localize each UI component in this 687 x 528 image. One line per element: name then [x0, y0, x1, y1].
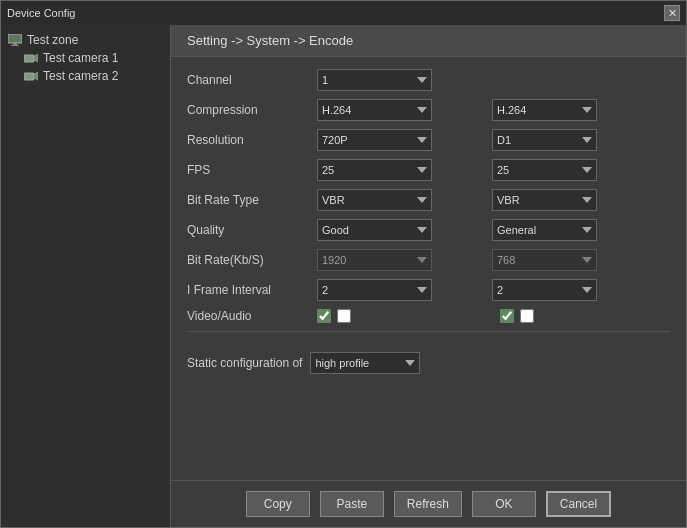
bit-rate-label: Bit Rate(Kb/S)	[187, 253, 317, 267]
compression-controls: H.264 H.265 MJPEG H.264 H.265 MJPEG	[317, 99, 597, 121]
video-audio-left-control	[317, 309, 432, 323]
channel-controls: 1	[317, 69, 432, 91]
video-checkbox-left[interactable]	[317, 309, 331, 323]
quality-right-select[interactable]: General Good Better Best Normal	[492, 219, 597, 241]
resolution-right-select[interactable]: D1 720P 1080P CIF	[492, 129, 597, 151]
compression-label: Compression	[187, 103, 317, 117]
bit-rate-right-select[interactable]: 768 1920 512	[492, 249, 597, 271]
resolution-row: Resolution 720P 1080P D1 CIF	[187, 129, 670, 151]
bit-rate-type-left-control: VBR CBR	[317, 189, 432, 211]
quality-right-control: General Good Better Best Normal	[492, 219, 597, 241]
i-frame-right-select[interactable]: 2 1 3 4	[492, 279, 597, 301]
bit-rate-row: Bit Rate(Kb/S) 1920 768 512 768	[187, 249, 670, 271]
window-title: Device Config	[7, 7, 75, 19]
sidebar-root-label: Test zone	[27, 33, 78, 47]
bit-rate-type-label: Bit Rate Type	[187, 193, 317, 207]
i-frame-label: I Frame Interval	[187, 283, 317, 297]
i-frame-right-control: 2 1 3 4	[492, 279, 597, 301]
i-frame-controls: 2 1 3 4 2 1 3 4	[317, 279, 597, 301]
video-audio-right-control	[500, 309, 605, 323]
svg-marker-6	[34, 72, 38, 80]
bit-rate-type-row: Bit Rate Type VBR CBR VBR CBR	[187, 189, 670, 211]
static-config-label: Static configuration of	[187, 356, 302, 370]
button-bar: Copy Paste Refresh OK Cancel	[171, 480, 686, 527]
svg-rect-5	[24, 73, 34, 80]
sidebar: Test zone Test camera 1	[1, 25, 171, 527]
channel-select[interactable]: 1	[317, 69, 432, 91]
resolution-left-select[interactable]: 720P 1080P D1 CIF	[317, 129, 432, 151]
device-config-window: Device Config ✕ Test zone	[0, 0, 687, 528]
fps-controls: 25 30 15 10 25 30 15 10	[317, 159, 597, 181]
paste-button[interactable]: Paste	[320, 491, 384, 517]
bit-rate-left-control: 1920 768 512	[317, 249, 432, 271]
main-panel: Setting -> System -> Encode Channel 1	[171, 25, 686, 527]
i-frame-left-control: 2 1 3 4	[317, 279, 432, 301]
quality-row: Quality Good Better Best General Normal	[187, 219, 670, 241]
resolution-right-control: D1 720P 1080P CIF	[492, 129, 597, 151]
form-area: Channel 1 Compression	[171, 57, 686, 480]
svg-rect-2	[11, 45, 19, 46]
channel-label: Channel	[187, 73, 317, 87]
svg-rect-1	[13, 43, 17, 45]
resolution-label: Resolution	[187, 133, 317, 147]
compression-left-control: H.264 H.265 MJPEG	[317, 99, 432, 121]
bit-rate-left-select[interactable]: 1920 768 512	[317, 249, 432, 271]
bit-rate-type-right-control: VBR CBR	[492, 189, 597, 211]
fps-right-control: 25 30 15 10	[492, 159, 597, 181]
video-checkbox-right[interactable]	[500, 309, 514, 323]
static-config-row: Static configuration of high profile mai…	[187, 352, 670, 374]
separator	[187, 331, 670, 332]
svg-rect-3	[24, 55, 34, 62]
quality-left-control: Good Better Best General Normal	[317, 219, 432, 241]
svg-rect-0	[8, 34, 22, 43]
close-button[interactable]: ✕	[664, 5, 680, 21]
bit-rate-right-control: 768 1920 512	[492, 249, 597, 271]
bit-rate-type-right-select[interactable]: VBR CBR	[492, 189, 597, 211]
sidebar-camera1-label: Test camera 1	[43, 51, 118, 65]
sidebar-item-root[interactable]: Test zone	[5, 31, 166, 49]
sidebar-camera2-label: Test camera 2	[43, 69, 118, 83]
svg-marker-4	[34, 54, 38, 62]
sidebar-item-camera1[interactable]: Test camera 1	[5, 49, 166, 67]
fps-left-control: 25 30 15 10	[317, 159, 432, 181]
video-audio-row: Video/Audio	[187, 309, 670, 323]
compression-right-select[interactable]: H.264 H.265 MJPEG	[492, 99, 597, 121]
camera-icon-2	[23, 69, 39, 83]
fps-right-select[interactable]: 25 30 15 10	[492, 159, 597, 181]
content-area: Test zone Test camera 1	[1, 25, 686, 527]
ok-button[interactable]: OK	[472, 491, 536, 517]
resolution-left-control: 720P 1080P D1 CIF	[317, 129, 432, 151]
breadcrumb: Setting -> System -> Encode	[171, 25, 686, 57]
video-audio-label: Video/Audio	[187, 309, 317, 323]
fps-label: FPS	[187, 163, 317, 177]
i-frame-row: I Frame Interval 2 1 3 4	[187, 279, 670, 301]
fps-left-select[interactable]: 25 30 15 10	[317, 159, 432, 181]
static-config-select[interactable]: high profile main profile baseline	[310, 352, 420, 374]
title-bar: Device Config ✕	[1, 1, 686, 25]
monitor-icon	[7, 33, 23, 47]
bit-rate-type-left-select[interactable]: VBR CBR	[317, 189, 432, 211]
bit-rate-controls: 1920 768 512 768 1920 512	[317, 249, 597, 271]
sidebar-item-camera2[interactable]: Test camera 2	[5, 67, 166, 85]
fps-row: FPS 25 30 15 10 25	[187, 159, 670, 181]
refresh-button[interactable]: Refresh	[394, 491, 462, 517]
bit-rate-type-controls: VBR CBR VBR CBR	[317, 189, 597, 211]
quality-controls: Good Better Best General Normal General …	[317, 219, 597, 241]
audio-checkbox-left[interactable]	[337, 309, 351, 323]
channel-left-control: 1	[317, 69, 432, 91]
quality-label: Quality	[187, 223, 317, 237]
i-frame-left-select[interactable]: 2 1 3 4	[317, 279, 432, 301]
cancel-button[interactable]: Cancel	[546, 491, 611, 517]
quality-left-select[interactable]: Good Better Best General Normal	[317, 219, 432, 241]
channel-row: Channel 1	[187, 69, 670, 91]
copy-button[interactable]: Copy	[246, 491, 310, 517]
camera-icon-1	[23, 51, 39, 65]
compression-left-select[interactable]: H.264 H.265 MJPEG	[317, 99, 432, 121]
video-audio-controls	[317, 309, 605, 323]
resolution-controls: 720P 1080P D1 CIF D1 720P 1080P	[317, 129, 597, 151]
audio-checkbox-right[interactable]	[520, 309, 534, 323]
compression-right-control: H.264 H.265 MJPEG	[492, 99, 597, 121]
compression-row: Compression H.264 H.265 MJPEG H.264	[187, 99, 670, 121]
